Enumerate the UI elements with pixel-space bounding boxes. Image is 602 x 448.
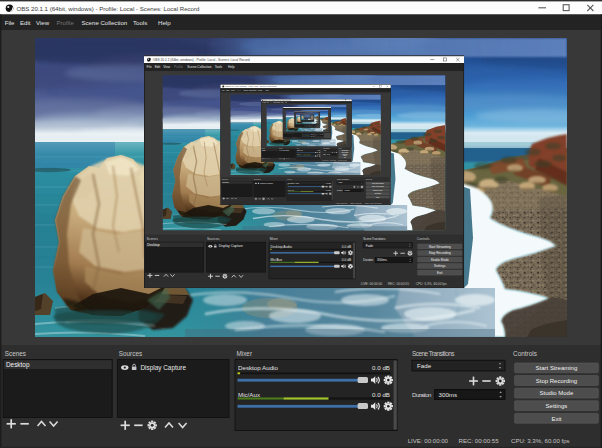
- svg-text:File: File: [222, 89, 225, 91]
- svg-text:0.0 dB: 0.0 dB: [317, 154, 320, 155]
- svg-text:Tools: Tools: [133, 19, 147, 26]
- svg-text:0.0 dB: 0.0 dB: [326, 189, 332, 191]
- svg-text:Mic/Aux: Mic/Aux: [288, 189, 294, 191]
- svg-text:Settings: Settings: [546, 403, 568, 409]
- svg-text:Duration: Duration: [337, 189, 343, 191]
- svg-text:Scene Collection: Scene Collection: [244, 89, 257, 91]
- svg-text:0.0 dB: 0.0 dB: [372, 391, 390, 398]
- svg-text:Profile: Profile: [237, 89, 242, 91]
- svg-text:REC: 00:00:55: REC: 00:00:55: [350, 202, 361, 204]
- svg-text:Tools: Tools: [215, 65, 223, 69]
- svg-text:0.0 dB: 0.0 dB: [342, 245, 352, 249]
- svg-text:File: File: [146, 65, 151, 69]
- svg-text:Exit: Exit: [551, 416, 561, 422]
- svg-text:Fade: Fade: [366, 244, 374, 248]
- svg-text:Edit: Edit: [20, 19, 31, 26]
- svg-text:File: File: [5, 19, 15, 26]
- svg-text:LIVE: 00:00:00: LIVE: 00:00:00: [336, 202, 347, 204]
- svg-text:Tools: Tools: [258, 89, 262, 91]
- svg-text:Studio Mode: Studio Mode: [540, 390, 574, 396]
- svg-text:Mixer: Mixer: [236, 350, 252, 357]
- svg-text:0.0 dB: 0.0 dB: [326, 182, 332, 184]
- svg-text:Scene Transitions: Scene Transitions: [363, 237, 386, 241]
- svg-text:Scene Collection: Scene Collection: [82, 19, 128, 26]
- svg-text:Mic/Aux: Mic/Aux: [271, 258, 283, 262]
- svg-text:Help: Help: [228, 65, 235, 69]
- svg-text:LIVE: 00:00:00: LIVE: 00:00:00: [322, 160, 329, 161]
- svg-text:Display Capture: Display Capture: [219, 245, 243, 249]
- svg-text:Desktop Audio: Desktop Audio: [288, 182, 299, 184]
- svg-text:Display Capture: Display Capture: [260, 182, 273, 184]
- svg-text:Edit: Edit: [155, 65, 161, 69]
- svg-text:Help: Help: [265, 89, 269, 91]
- svg-text:Display Capture: Display Capture: [141, 364, 187, 372]
- svg-text:300ms: 300ms: [439, 391, 458, 398]
- svg-text:Scenes: Scenes: [146, 237, 158, 241]
- svg-text:Duration: Duration: [363, 258, 374, 262]
- svg-text:300ms: 300ms: [344, 189, 349, 191]
- svg-text:Settings: Settings: [434, 264, 446, 268]
- svg-text:Sources: Sources: [119, 350, 142, 357]
- svg-text:CPU: 3.3%, 60.00 fps: CPU: 3.3%, 60.00 fps: [511, 437, 570, 444]
- svg-text:Stop Recording: Stop Recording: [536, 378, 577, 384]
- svg-text:Desktop: Desktop: [147, 243, 160, 247]
- svg-text:Mixer: Mixer: [270, 237, 279, 241]
- svg-text:Exit: Exit: [437, 271, 442, 275]
- svg-text:Sources: Sources: [254, 178, 261, 180]
- svg-text:Controls: Controls: [513, 350, 537, 357]
- svg-text:Scene Transitions: Scene Transitions: [412, 350, 455, 357]
- svg-text:REC: 00:00:55: REC: 00:00:55: [388, 282, 409, 286]
- svg-text:Controls: Controls: [417, 237, 430, 241]
- svg-text:Stop Recording: Stop Recording: [429, 251, 451, 255]
- svg-text:Fade: Fade: [417, 362, 432, 369]
- svg-text:Profile: Profile: [57, 19, 75, 26]
- svg-text:Desktop: Desktop: [222, 181, 229, 183]
- svg-text:0.0 dB: 0.0 dB: [342, 258, 352, 262]
- svg-text:Scene Collection: Scene Collection: [187, 65, 211, 69]
- svg-text:Studio Mode: Studio Mode: [431, 258, 449, 262]
- svg-text:LIVE: 00:00:00: LIVE: 00:00:00: [408, 437, 449, 444]
- svg-text:Desktop Audio: Desktop Audio: [271, 245, 292, 249]
- svg-text:REC: 00:00:55: REC: 00:00:55: [459, 437, 500, 444]
- svg-text:Desktop: Desktop: [6, 361, 30, 369]
- svg-text:Scenes: Scenes: [222, 178, 228, 180]
- svg-text:Desktop Audio: Desktop Audio: [238, 364, 278, 371]
- svg-text:0.0 dB: 0.0 dB: [317, 150, 320, 151]
- svg-text:300ms: 300ms: [377, 258, 387, 262]
- svg-text:Start Streaming: Start Streaming: [429, 245, 451, 249]
- svg-text:Fade: Fade: [338, 182, 342, 184]
- svg-text:Profile: Profile: [174, 65, 183, 69]
- svg-text:REC: 00:00:55: REC: 00:00:55: [330, 160, 336, 161]
- svg-text:Start Streaming: Start Streaming: [536, 365, 578, 371]
- svg-text:0.0 dB: 0.0 dB: [372, 364, 390, 371]
- svg-text:Controls: Controls: [366, 178, 373, 180]
- svg-text:LIVE: 00:00:00: LIVE: 00:00:00: [361, 282, 383, 286]
- svg-text:Sources: Sources: [207, 237, 220, 241]
- svg-text:Scene Transitions: Scene Transitions: [337, 178, 349, 180]
- svg-text:Help: Help: [158, 19, 171, 26]
- svg-text:Duration: Duration: [412, 391, 432, 398]
- svg-text:View: View: [36, 19, 50, 26]
- svg-text:Mic/Aux: Mic/Aux: [238, 391, 261, 398]
- svg-text:OBS 20.1.1 (64bit, windows) -: OBS 20.1.1 (64bit, windows) - Profile: L…: [153, 58, 250, 62]
- svg-text:View: View: [163, 65, 171, 69]
- svg-text:Mixer: Mixer: [287, 178, 292, 180]
- svg-text:CPU: 3.3%, 60.00 fps: CPU: 3.3%, 60.00 fps: [416, 282, 447, 286]
- svg-text:Scenes: Scenes: [5, 350, 26, 357]
- svg-text:OBS 20.1.1 (64bit, windows) -: OBS 20.1.1 (64bit, windows) - Profile: L…: [17, 5, 200, 12]
